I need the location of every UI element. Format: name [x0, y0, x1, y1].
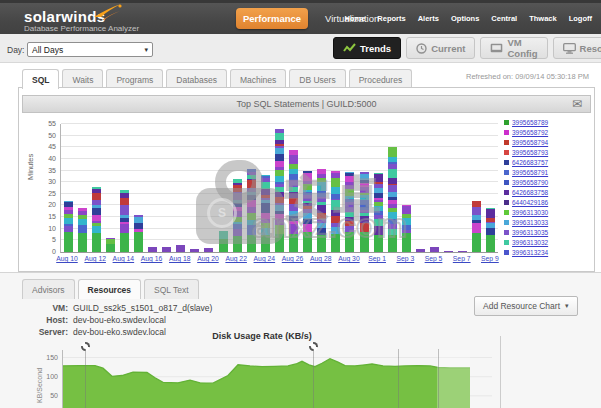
legend-item[interactable]: 3996313030	[504, 207, 548, 217]
stacked-bar-aug-11[interactable]	[78, 208, 87, 252]
stacked-bar-aug-30[interactable]	[345, 172, 354, 252]
legend-item[interactable]: 6440429186	[504, 197, 548, 207]
day-select-dropdown[interactable]: All Days ▾	[27, 42, 153, 57]
x-axis-label-sep-5[interactable]: Sep 5	[419, 255, 449, 262]
menu-item-thwack[interactable]: Thwack	[529, 14, 557, 23]
annotation-marker-icon[interactable]	[81, 342, 90, 351]
legend-item[interactable]: 6426683758	[504, 187, 548, 197]
legend-sql-id-link[interactable]: 3996313234	[512, 249, 548, 256]
view-button-current[interactable]: Current	[406, 37, 475, 59]
x-axis-label-aug-20[interactable]: Aug 20	[193, 255, 223, 262]
stacked-bar-aug-13[interactable]	[106, 238, 115, 252]
menu-item-central[interactable]: Central	[491, 14, 517, 23]
legend-sql-id-link[interactable]: 3995658792	[512, 129, 548, 136]
x-axis-label-aug-14[interactable]: Aug 14	[108, 255, 138, 262]
stacked-bar-aug-18[interactable]	[176, 245, 185, 252]
x-axis-label-aug-12[interactable]: Aug 12	[80, 255, 110, 262]
legend-item[interactable]: 3995658793	[504, 147, 548, 157]
stacked-bar-aug-25[interactable]	[275, 129, 284, 252]
stacked-bar-aug-10[interactable]	[64, 201, 73, 252]
stacked-bar-sep-2[interactable]	[388, 147, 397, 252]
resources-tab-resources[interactable]: Resources	[78, 279, 141, 299]
x-axis-label-sep-3[interactable]: Sep 3	[390, 255, 420, 262]
x-axis-label-sep-9[interactable]: Sep 9	[475, 255, 505, 262]
tab-waits[interactable]: Waits	[62, 69, 103, 89]
menu-item-home[interactable]: Home	[345, 14, 366, 23]
x-axis-label-aug-10[interactable]: Aug 10	[52, 255, 82, 262]
tab-databases[interactable]: Databases	[166, 69, 227, 89]
legend-sql-id-link[interactable]: 3996313032	[512, 239, 548, 246]
resources-tab-advisors[interactable]: Advisors	[22, 279, 75, 299]
stacked-bar-aug-29[interactable]	[331, 171, 340, 252]
performance-nav-button[interactable]: Performance	[236, 8, 308, 29]
legend-sql-id-link[interactable]: 3996313030	[512, 209, 548, 216]
stacked-bar-aug-31[interactable]	[360, 172, 369, 252]
stacked-bar-aug-15[interactable]	[134, 215, 143, 252]
legend-sql-id-link[interactable]: 3995658793	[512, 149, 548, 156]
legend-sql-id-link[interactable]: 6440429186	[512, 199, 548, 206]
stacked-bar-aug-27[interactable]	[303, 171, 312, 252]
tab-sql[interactable]: SQL	[22, 69, 59, 89]
menu-item-logoff[interactable]: Logoff	[569, 14, 592, 23]
tab-db-users[interactable]: DB Users	[289, 69, 345, 89]
tab-programs[interactable]: Programs	[106, 69, 163, 89]
stacked-bar-sep-9[interactable]	[486, 208, 495, 252]
view-button-resources[interactable]: Resources	[553, 37, 601, 59]
legend-sql-id-link[interactable]: 3996313033	[512, 219, 548, 226]
legend-sql-id-link[interactable]: 3995658794	[512, 139, 548, 146]
x-axis-label-aug-30[interactable]: Aug 30	[334, 255, 364, 262]
tab-machines[interactable]: Machines	[230, 69, 286, 89]
x-axis-label-aug-22[interactable]: Aug 22	[221, 255, 251, 262]
x-axis-label-sep-1[interactable]: Sep 1	[362, 255, 392, 262]
stacked-bar-aug-19[interactable]	[190, 249, 199, 252]
legend-sql-id-link[interactable]: 6426683757	[512, 159, 548, 166]
stacked-bar-aug-16[interactable]	[148, 247, 157, 252]
legend-item[interactable]: 3995658794	[504, 137, 548, 147]
legend-item[interactable]: 3995658791	[504, 167, 548, 177]
resources-tab-sql-text[interactable]: SQL Text	[144, 279, 199, 299]
legend-item[interactable]: 3995658790	[504, 177, 548, 187]
legend-item[interactable]: 3996313033	[504, 217, 548, 227]
stacked-bar-sep-1[interactable]	[374, 173, 383, 252]
stacked-bar-aug-20[interactable]	[204, 248, 213, 252]
legend-sql-id-link[interactable]: 3995658791	[512, 169, 548, 176]
stacked-bar-sep-8[interactable]	[472, 201, 481, 252]
stacked-bar-sep-3[interactable]	[402, 205, 411, 252]
stacked-bar-sep-6[interactable]	[444, 251, 453, 252]
view-button-trends[interactable]: Trends	[333, 37, 401, 59]
add-resource-chart-button[interactable]: Add Resource Chart ▾	[474, 296, 578, 316]
stacked-bar-aug-23[interactable]	[247, 169, 256, 252]
legend-sql-id-link[interactable]: 3995658790	[512, 179, 548, 186]
stacked-bar-sep-5[interactable]	[430, 247, 439, 252]
legend-item[interactable]: 6426683757	[504, 157, 548, 167]
legend-sql-id-link[interactable]: 3996313035	[512, 229, 548, 236]
x-axis-label-aug-26[interactable]: Aug 26	[278, 255, 308, 262]
annotation-marker-icon[interactable]	[309, 342, 318, 351]
x-axis-label-aug-28[interactable]: Aug 28	[306, 255, 336, 262]
stacked-bar-aug-17[interactable]	[162, 247, 171, 252]
tab-procedures[interactable]: Procedures	[349, 69, 412, 89]
x-axis-label-aug-16[interactable]: Aug 16	[137, 255, 167, 262]
email-chart-icon[interactable]: ✉	[572, 97, 582, 112]
view-button-vm-config[interactable]: VM Config	[480, 37, 547, 59]
stacked-bar-sep-4[interactable]	[416, 249, 425, 252]
menu-item-reports[interactable]: Reports	[377, 14, 405, 23]
legend-item[interactable]: 3996313032	[504, 237, 548, 247]
x-axis-label-aug-18[interactable]: Aug 18	[165, 255, 195, 262]
stacked-bar-aug-14[interactable]	[120, 190, 129, 252]
stacked-bar-aug-21[interactable]	[219, 231, 228, 252]
menu-item-alerts[interactable]: Alerts	[418, 14, 439, 23]
stacked-bar-aug-28[interactable]	[317, 169, 326, 253]
legend-sql-id-link[interactable]: 6426683758	[512, 189, 548, 196]
x-axis-label-aug-24[interactable]: Aug 24	[249, 255, 279, 262]
stacked-bar-aug-26[interactable]	[289, 150, 298, 252]
legend-item[interactable]: 3995658789	[504, 117, 548, 127]
legend-item[interactable]: 3996313035	[504, 227, 548, 237]
legend-item[interactable]: 3996313234	[504, 247, 548, 257]
stacked-bar-aug-24[interactable]	[261, 175, 270, 252]
menu-item-options[interactable]: Options	[451, 14, 479, 23]
x-axis-label-sep-7[interactable]: Sep 7	[447, 255, 477, 262]
stacked-bar-sep-7[interactable]	[458, 251, 467, 252]
legend-item[interactable]: 3995658792	[504, 127, 548, 137]
stacked-bar-aug-12[interactable]	[92, 187, 101, 252]
